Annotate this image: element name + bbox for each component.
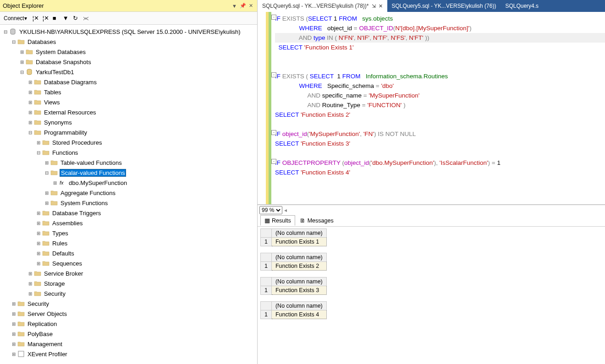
expand-icon[interactable]: ⊞ xyxy=(36,261,41,266)
result-grid[interactable]: (No column name)1Function Exists 4 xyxy=(260,301,602,319)
expand-icon[interactable]: ⊞ xyxy=(28,100,33,105)
row-number[interactable]: 1 xyxy=(261,286,272,295)
refresh-icon[interactable]: ↻ xyxy=(71,14,79,22)
results-tab[interactable]: ▦ Results xyxy=(260,215,295,226)
messages-tab[interactable]: 🗎 Messages xyxy=(296,216,337,225)
scroll-left-icon[interactable]: ◂ xyxy=(284,207,287,213)
tree-node[interactable]: ⊞Stored Procedures xyxy=(0,137,257,147)
expand-icon[interactable]: ⊞ xyxy=(36,221,41,226)
tree-node[interactable]: ⊞Table-valued Functions xyxy=(0,158,257,168)
fold-icon[interactable]: - xyxy=(271,159,276,164)
tree-node[interactable]: ⊞External Resources xyxy=(0,107,257,117)
fold-icon[interactable]: - xyxy=(271,15,276,20)
connect-button[interactable]: Connect ▾ xyxy=(2,14,29,22)
result-grid[interactable]: (No column name)1Function Exists 2 xyxy=(260,253,602,271)
result-cell[interactable]: Function Exists 2 xyxy=(271,262,326,271)
expand-icon[interactable]: ⊞ xyxy=(36,140,41,145)
expand-icon[interactable]: ⊟ xyxy=(44,170,50,175)
expand-icon[interactable]: ⊞ xyxy=(11,352,16,357)
document-tab[interactable]: SQLQuery6.sql - YK...VERSE\ykulish (78))… xyxy=(258,0,387,12)
activity-icon[interactable]: ⩙ xyxy=(81,14,89,22)
tree-node[interactable]: ⊞Rules xyxy=(0,238,257,248)
tree-node[interactable]: ⊟Databases xyxy=(0,37,257,47)
tree-node[interactable]: ⊞XEvent Profiler xyxy=(0,349,257,359)
column-header[interactable]: (No column name) xyxy=(271,302,326,310)
expand-icon[interactable]: ⊞ xyxy=(36,241,41,246)
tree-node[interactable]: ⊞PolyBase xyxy=(0,329,257,339)
tree-node[interactable]: ⊞Storage xyxy=(0,278,257,288)
tree-node[interactable]: ⊞Database Diagrams xyxy=(0,77,257,87)
tree-node[interactable]: ⊟Scalar-valued Functions xyxy=(0,168,257,178)
tree-node[interactable]: ⊞Security xyxy=(0,299,257,309)
expand-icon[interactable]: ⊞ xyxy=(28,110,33,115)
disconnect-all-icon[interactable]: ¦✕ xyxy=(41,14,49,22)
tree-node[interactable]: ⊞Service Broker xyxy=(0,268,257,278)
tree-node[interactable]: ⊞Server Objects xyxy=(0,309,257,319)
results-pane[interactable]: (No column name)1Function Exists 1(No co… xyxy=(258,227,605,364)
close-tab-icon[interactable]: ✕ xyxy=(379,3,383,9)
zoom-select[interactable]: 99 % xyxy=(259,206,282,214)
pin-icon[interactable]: ⇲ xyxy=(372,3,376,9)
expand-icon[interactable]: ⊞ xyxy=(36,251,41,256)
expand-icon[interactable]: ⊞ xyxy=(11,342,16,347)
document-tab[interactable]: SQLQuery5.sql - YK...VERSE\ykulish (76)) xyxy=(387,0,501,12)
document-tab[interactable]: SQLQuery4.s xyxy=(500,0,543,12)
expand-icon[interactable]: ⊞ xyxy=(44,201,50,206)
tree-node[interactable]: ⊞fxdbo.MySuperFunction xyxy=(0,178,257,188)
tree-node[interactable]: ⊞Database Snapshots xyxy=(0,57,257,67)
fold-icon[interactable]: - xyxy=(271,72,276,77)
expand-icon[interactable]: ⊞ xyxy=(11,331,16,337)
tree-node[interactable]: ⊞Security xyxy=(0,288,257,299)
tree-node[interactable]: ⊟Functions xyxy=(0,147,257,158)
expand-icon[interactable]: ⊞ xyxy=(44,190,50,196)
expand-icon[interactable]: ⊞ xyxy=(52,180,58,185)
tree-node[interactable]: ⊞Tables xyxy=(0,87,257,97)
expand-icon[interactable]: ⊞ xyxy=(28,291,33,296)
disconnect-icon[interactable]: ¦✕ xyxy=(31,14,39,22)
expand-icon[interactable]: ⊞ xyxy=(28,271,33,276)
tree-node[interactable]: ⊟YarkulTestDb1 xyxy=(0,67,257,77)
result-cell[interactable]: Function Exists 1 xyxy=(271,238,326,246)
result-cell[interactable]: Function Exists 3 xyxy=(271,286,326,295)
sql-editor[interactable]: - - - - IF EXISTS (SELECT 1 FROM sys.obj… xyxy=(258,12,605,205)
filter-icon[interactable]: ▼ xyxy=(61,14,69,22)
tree-node[interactable]: ⊞Types xyxy=(0,228,257,238)
code-content[interactable]: IF EXISTS (SELECT 1 FROM sys.objects WHE… xyxy=(258,12,605,179)
tree-node[interactable]: ⊟YKULISH-NB\YARKULSQLEXPRESS (SQL Server… xyxy=(0,27,257,37)
fold-icon[interactable]: - xyxy=(271,130,276,135)
dropdown-icon[interactable]: ▼ xyxy=(232,3,237,9)
tree-node[interactable]: ⊞Sequences xyxy=(0,258,257,268)
expand-icon[interactable]: ⊞ xyxy=(36,211,41,216)
expand-icon[interactable]: ⊞ xyxy=(44,160,50,165)
result-cell[interactable]: Function Exists 4 xyxy=(271,310,326,319)
tree-node[interactable]: ⊞System Functions xyxy=(0,198,257,208)
expand-icon[interactable]: ⊞ xyxy=(28,90,33,95)
tree-node[interactable]: ⊞Replication xyxy=(0,319,257,329)
expand-icon[interactable]: ⊞ xyxy=(19,49,25,54)
column-header[interactable]: (No column name) xyxy=(271,277,326,286)
expand-icon[interactable]: ⊟ xyxy=(36,150,41,155)
tree-node[interactable]: ⊞Synonyms xyxy=(0,117,257,127)
expand-icon[interactable]: ⊞ xyxy=(11,321,16,326)
row-number[interactable]: 1 xyxy=(261,238,272,246)
tree-node[interactable]: ⊞Assemblies xyxy=(0,218,257,228)
column-header[interactable]: (No column name) xyxy=(271,253,326,262)
expand-icon[interactable]: ⊞ xyxy=(19,60,25,65)
column-header[interactable]: (No column name) xyxy=(271,229,326,238)
expand-icon[interactable]: ⊟ xyxy=(3,29,8,34)
close-icon[interactable]: ✕ xyxy=(249,3,253,9)
tree-node[interactable]: ⊞Database Triggers xyxy=(0,208,257,218)
row-number[interactable]: 1 xyxy=(261,262,272,271)
tree-node[interactable]: ⊞Aggregate Functions xyxy=(0,188,257,198)
tree-node[interactable]: ⊞System Databases xyxy=(0,47,257,57)
expand-icon[interactable]: ⊞ xyxy=(28,80,33,85)
expand-icon[interactable]: ⊟ xyxy=(11,39,16,44)
stop-icon[interactable]: ■ xyxy=(51,14,59,22)
result-grid[interactable]: (No column name)1Function Exists 1 xyxy=(260,228,602,246)
expand-icon[interactable]: ⊞ xyxy=(28,120,33,125)
expand-icon[interactable]: ⊟ xyxy=(28,130,33,135)
object-explorer-tree[interactable]: ⊟YKULISH-NB\YARKULSQLEXPRESS (SQL Server… xyxy=(0,25,257,364)
expand-icon[interactable]: ⊞ xyxy=(28,281,33,286)
tree-node[interactable]: ⊞Defaults xyxy=(0,248,257,258)
tree-node[interactable]: ⊞Management xyxy=(0,339,257,349)
